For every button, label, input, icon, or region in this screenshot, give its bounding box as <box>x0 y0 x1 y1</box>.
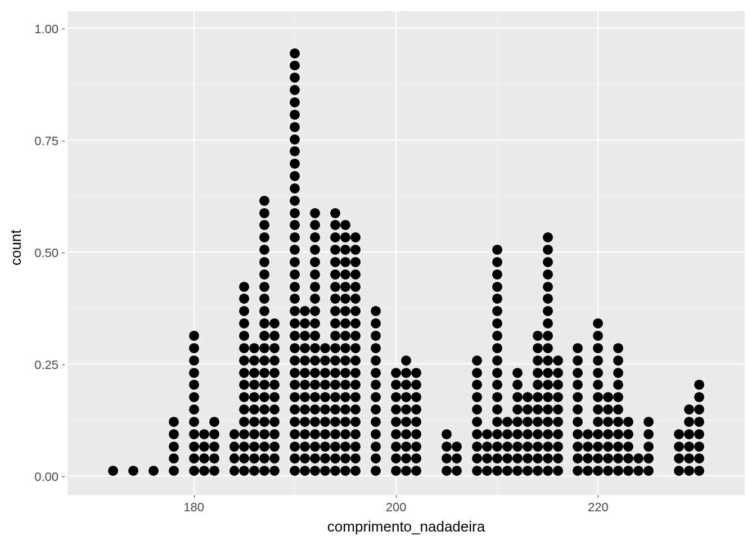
data-dot <box>189 343 199 353</box>
data-dot <box>340 245 350 255</box>
data-dot <box>310 453 320 464</box>
data-dot <box>411 380 421 390</box>
data-dot <box>290 73 300 83</box>
data-dot <box>189 417 199 427</box>
data-dot <box>512 392 523 402</box>
plot-panel <box>68 11 745 495</box>
data-dot <box>290 232 300 242</box>
data-dot <box>533 368 543 378</box>
data-dot <box>573 442 583 452</box>
data-dot <box>310 429 320 439</box>
data-dot <box>472 392 482 402</box>
data-dot <box>330 269 340 280</box>
data-dot <box>401 466 411 476</box>
data-dot <box>684 442 694 452</box>
y-tick-label: 1.00 <box>34 22 58 37</box>
x-tick-label: 200 <box>386 500 407 515</box>
data-dot <box>310 294 320 304</box>
data-dot <box>330 356 340 366</box>
data-dot <box>320 404 330 415</box>
data-dot <box>350 392 361 402</box>
data-dot <box>259 356 269 366</box>
data-dot <box>350 466 361 476</box>
data-dot <box>310 392 320 402</box>
data-dot <box>239 417 249 427</box>
data-dot <box>694 380 704 390</box>
data-dot <box>269 331 280 341</box>
data-dot <box>603 442 613 452</box>
data-dot <box>340 331 350 341</box>
data-dot <box>371 331 381 341</box>
data-dot <box>330 466 340 476</box>
data-dot <box>209 429 219 439</box>
data-dot <box>290 331 300 341</box>
data-dot <box>340 306 350 316</box>
y-tick-label: 0.50 <box>34 246 58 260</box>
data-dot <box>290 85 300 95</box>
data-dot <box>533 343 543 353</box>
data-dot <box>189 392 199 402</box>
data-dot <box>320 368 330 378</box>
data-dot <box>310 306 320 316</box>
data-dot <box>350 453 361 464</box>
data-dot <box>401 417 411 427</box>
data-dot <box>310 331 320 341</box>
data-dot <box>371 368 381 378</box>
data-dot <box>269 318 280 328</box>
data-dot <box>644 453 654 464</box>
data-dot <box>259 269 269 280</box>
data-dot <box>694 466 704 476</box>
data-dot <box>259 404 269 415</box>
data-dot <box>320 466 330 476</box>
data-dot <box>300 306 310 316</box>
data-dot <box>452 453 462 464</box>
data-dot <box>593 404 603 415</box>
data-dot <box>533 466 543 476</box>
data-dot <box>411 442 421 452</box>
data-dot <box>694 442 704 452</box>
data-dot <box>553 368 563 378</box>
data-dot <box>593 429 603 439</box>
data-dot <box>533 417 543 427</box>
data-dot <box>350 368 361 378</box>
data-dot <box>533 453 543 464</box>
data-dot <box>533 442 543 452</box>
data-dot <box>553 404 563 415</box>
data-dot <box>543 306 553 316</box>
data-dot <box>512 453 523 464</box>
data-dot <box>249 380 259 390</box>
data-dot <box>482 442 492 452</box>
data-dot <box>603 417 613 427</box>
data-dot <box>209 453 219 464</box>
data-dot <box>169 453 179 464</box>
data-dot <box>340 294 350 304</box>
data-dot <box>320 453 330 464</box>
data-dot <box>350 257 361 267</box>
data-dot <box>644 466 654 476</box>
data-dot <box>543 245 553 255</box>
data-dot <box>350 306 361 316</box>
data-dot <box>371 453 381 464</box>
data-dot <box>340 392 350 402</box>
data-dot <box>401 392 411 402</box>
gridline-h <box>68 251 745 253</box>
data-dot <box>269 380 280 390</box>
data-dot <box>492 282 502 292</box>
data-dot <box>330 318 340 328</box>
data-dot <box>259 331 269 341</box>
data-dot <box>452 442 462 452</box>
data-dot <box>259 466 269 476</box>
data-dot <box>340 318 350 328</box>
data-dot <box>401 368 411 378</box>
data-dot <box>290 368 300 378</box>
data-dot <box>350 343 361 353</box>
gridline-h <box>68 140 745 141</box>
data-dot <box>371 392 381 402</box>
data-dot <box>391 380 401 390</box>
data-dot <box>330 306 340 316</box>
data-dot <box>472 429 482 439</box>
data-dot <box>290 442 300 452</box>
data-dot <box>492 429 502 439</box>
data-dot <box>573 343 583 353</box>
x-tick-label: 180 <box>183 500 204 515</box>
